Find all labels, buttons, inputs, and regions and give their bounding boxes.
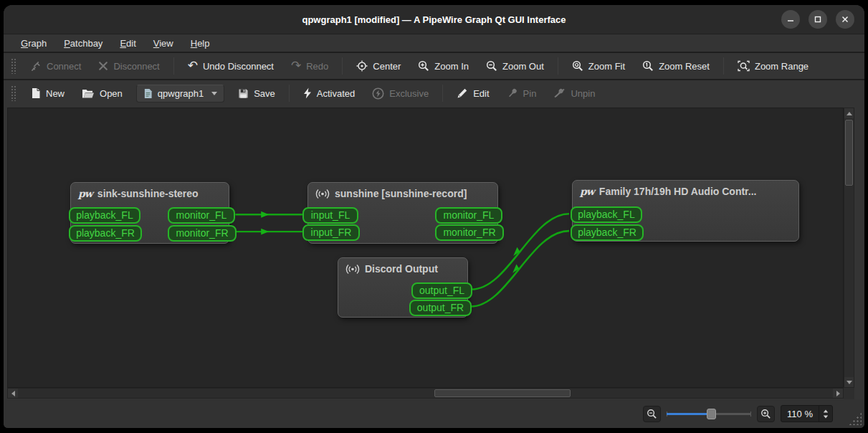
- status-bar: 110 %: [4, 399, 864, 428]
- save-icon: [238, 88, 249, 99]
- zoom-out-button[interactable]: Zoom Out: [478, 56, 552, 76]
- close-button[interactable]: [836, 10, 854, 29]
- activated-bolt-icon: [303, 87, 312, 99]
- patchbay-file-combobox[interactable]: qpwgraph1: [136, 85, 224, 103]
- node-title: Discord Output: [338, 258, 467, 275]
- zoom-in-icon: [418, 60, 429, 72]
- connect-button[interactable]: Connect: [23, 57, 89, 76]
- wire-arrow-icon: [261, 229, 269, 235]
- port-input[interactable]: input_FL: [302, 207, 358, 224]
- zoom-reset-button[interactable]: Zoom Reset: [634, 56, 717, 76]
- toolbar-separator: [723, 57, 724, 75]
- toolbar-separator: [342, 57, 343, 75]
- zoom-in-button[interactable]: Zoom In: [410, 56, 477, 76]
- port-input[interactable]: playback_FR: [69, 225, 142, 242]
- port-output[interactable]: monitor_FL: [435, 207, 502, 224]
- zoom-in-icon: [760, 409, 771, 419]
- menu-view[interactable]: View: [146, 37, 181, 50]
- redo-button[interactable]: ↷ Redo: [283, 57, 336, 76]
- zoom-out-button-status[interactable]: [643, 406, 661, 422]
- wire-arrow-icon: [261, 211, 269, 218]
- zoom-slider[interactable]: [667, 406, 751, 421]
- disconnect-button[interactable]: Disconnect: [90, 57, 167, 76]
- toolbar-drag-handle[interactable]: [11, 85, 16, 101]
- node-title: sunshine [sunshine-record]: [308, 183, 497, 199]
- vertical-scroll-thumb[interactable]: [845, 120, 853, 186]
- slider-handle[interactable]: [707, 409, 716, 419]
- graph-canvas[interactable]: pw sink-sunshine-stereo playback_FL play…: [7, 108, 844, 388]
- exclusive-button[interactable]: Exclusive: [364, 83, 437, 104]
- slider-fill: [667, 413, 711, 415]
- horizontal-scrollbar[interactable]: [7, 388, 844, 399]
- close-icon: [841, 16, 849, 23]
- connect-icon: [31, 61, 42, 72]
- graph-toolbar: Connect Disconnect ↶ Undo Disconnect ↷ R…: [4, 53, 864, 79]
- zoom-in-button-status[interactable]: [757, 406, 775, 422]
- spin-up-icon: [824, 409, 828, 412]
- toolbar-separator: [442, 85, 443, 102]
- activated-button[interactable]: Activated: [295, 83, 363, 103]
- pin-icon: [507, 87, 518, 99]
- edit-button[interactable]: Edit: [449, 83, 497, 103]
- zoom-range-button[interactable]: Zoom Range: [730, 56, 816, 76]
- toolbar-drag-handle[interactable]: [11, 58, 16, 74]
- triangle-right-icon: [836, 391, 840, 396]
- menu-graph[interactable]: Graph: [14, 37, 54, 50]
- port-input[interactable]: playback_FL: [571, 206, 642, 223]
- port-output[interactable]: output_FR: [409, 300, 472, 316]
- scrollbar-corner: [844, 388, 854, 399]
- pipewire-icon: pw: [580, 186, 594, 197]
- title-bar[interactable]: qpwgraph1 [modified] — A PipeWire Graph …: [4, 5, 864, 34]
- center-icon: [356, 60, 368, 72]
- port-output[interactable]: monitor_FR: [168, 225, 237, 242]
- menu-help[interactable]: Help: [183, 37, 217, 50]
- stream-icon: [315, 189, 330, 199]
- save-button[interactable]: Save: [230, 84, 283, 103]
- triangle-up-icon: [846, 112, 852, 115]
- scroll-left-button[interactable]: [8, 389, 18, 398]
- unpin-button[interactable]: Unpin: [545, 83, 603, 103]
- zoom-fit-button[interactable]: Zoom Fit: [564, 56, 633, 76]
- menu-edit[interactable]: Edit: [113, 37, 143, 50]
- zoom-out-icon: [486, 60, 497, 72]
- redo-icon: ↷: [291, 61, 301, 71]
- spin-down-icon: [824, 415, 828, 418]
- zoom-fit-icon: [572, 60, 583, 72]
- scroll-up-button[interactable]: [844, 108, 854, 118]
- scroll-down-button[interactable]: [844, 377, 854, 387]
- center-button[interactable]: Center: [348, 56, 409, 76]
- open-button[interactable]: Open: [74, 84, 130, 103]
- port-output[interactable]: output_FL: [411, 282, 472, 299]
- menu-patchbay[interactable]: Patchbay: [57, 37, 110, 50]
- triangle-left-icon: [11, 391, 15, 396]
- port-input[interactable]: input_FR: [302, 224, 360, 241]
- port-input[interactable]: playback_FR: [571, 224, 644, 241]
- window-resize-grip[interactable]: [849, 412, 862, 425]
- port-input[interactable]: playback_FL: [69, 207, 140, 224]
- window-title: qpwgraph1 [modified] — A PipeWire Graph …: [302, 14, 566, 25]
- port-output[interactable]: monitor_FR: [435, 224, 504, 241]
- toolbar-separator: [558, 57, 558, 75]
- undo-button[interactable]: ↶ Undo Disconnect: [180, 57, 282, 76]
- zoom-spinbox[interactable]: 110 %: [781, 405, 833, 422]
- menu-bar: Graph Patchbay Edit View Help: [4, 34, 864, 52]
- node-title: pw Family 17h/19h HD Audio Contr...: [573, 181, 798, 197]
- new-button[interactable]: New: [23, 83, 72, 103]
- minimize-button[interactable]: [781, 10, 800, 29]
- pin-button[interactable]: Pin: [499, 83, 545, 103]
- zoom-reset-icon: [642, 60, 654, 72]
- pipewire-icon: pw: [78, 188, 92, 199]
- maximize-icon: [814, 16, 821, 23]
- maximize-button[interactable]: [809, 10, 827, 29]
- zoom-value[interactable]: 110 %: [781, 409, 819, 419]
- patchbay-file-icon: [143, 88, 153, 99]
- spinbox-arrows[interactable]: [819, 406, 832, 422]
- edit-pencil-icon: [457, 87, 468, 99]
- horizontal-scroll-thumb[interactable]: [434, 389, 571, 397]
- exclusive-bolt-icon: [372, 87, 384, 100]
- toolbar-separator: [289, 85, 290, 102]
- scroll-right-button[interactable]: [833, 389, 843, 398]
- open-folder-icon: [82, 88, 95, 99]
- vertical-scrollbar[interactable]: [844, 108, 854, 388]
- port-output[interactable]: monitor_FL: [168, 207, 235, 224]
